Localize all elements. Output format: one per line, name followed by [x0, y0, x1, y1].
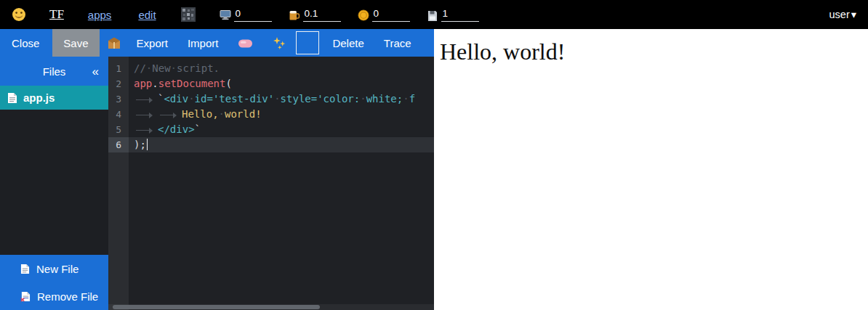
remove-file-icon [20, 291, 31, 302]
new-file-label: New File [36, 263, 79, 275]
nav-link-edit[interactable]: edit [138, 9, 156, 21]
coin-icon [358, 9, 369, 21]
code-line[interactable]: 6); [108, 137, 434, 152]
monitor-stat-field[interactable]: 0 [220, 8, 272, 22]
soap-icon-button[interactable] [238, 29, 253, 57]
brand-link[interactable]: TF [49, 7, 64, 22]
package-icon-button[interactable] [107, 29, 121, 57]
ide-panel: Close Save Export Import [0, 29, 434, 310]
code-content: //·New·script. [129, 61, 434, 76]
tab-indicator-icon [158, 110, 182, 120]
floppy-icon [427, 9, 438, 21]
file-list-area [0, 110, 108, 255]
delete-button[interactable]: Delete [332, 29, 363, 57]
coin-stat-value: 0 [372, 8, 410, 22]
topbar: TF apps edit [0, 0, 868, 29]
tab-indicator-icon [134, 110, 158, 120]
smiley-logo-icon[interactable] [12, 7, 26, 22]
workspace: Files « app.j [0, 57, 434, 310]
nav-link-apps[interactable]: apps [88, 9, 112, 21]
save-button[interactable]: Save [52, 29, 99, 57]
code-line[interactable]: 5</div>` [108, 122, 434, 137]
code-content: ); [129, 137, 434, 152]
pixel-grid-icon[interactable] [181, 7, 196, 22]
file-name: app.js [23, 91, 55, 104]
empty-slot-button[interactable] [296, 31, 319, 54]
file-item-appjs[interactable]: app.js [0, 86, 108, 110]
monitor-stat-value: 0 [234, 8, 272, 22]
caret-down-icon: ▾ [851, 9, 856, 20]
remove-file-label: Remove File [37, 290, 98, 303]
code-line[interactable]: 1//·New·script. [108, 61, 434, 76]
files-header: Files « [0, 57, 108, 86]
preview-output-text: Hello, world! [440, 38, 868, 65]
new-file-icon [20, 264, 30, 274]
code-editor[interactable]: 1//·New·script.2app.setDocument(3`<div·i… [108, 57, 434, 310]
main-body: Close Save Export Import [0, 29, 868, 310]
code-line[interactable]: 3`<div·id='test-div'·style='color:·white… [108, 91, 434, 107]
preview-panel: Hello, world! [434, 29, 868, 310]
line-number: 4 [108, 107, 129, 122]
floppy-stat-field[interactable]: 1 [427, 8, 479, 22]
new-file-button[interactable]: New File [0, 255, 108, 282]
floppy-stat-value: 1 [441, 8, 479, 22]
import-button[interactable]: Import [188, 29, 219, 57]
code-lines: 1//·New·script.2app.setDocument(3`<div·i… [108, 57, 434, 152]
remove-file-button[interactable]: Remove File [0, 282, 108, 310]
tab-indicator-icon [134, 125, 158, 135]
collapse-sidebar-button[interactable]: « [92, 65, 99, 78]
trace-button[interactable]: Trace [384, 29, 411, 57]
line-number: 2 [108, 76, 129, 91]
beer-stat-field[interactable]: 0.1 [289, 8, 341, 22]
line-number: 6 [108, 137, 129, 152]
app-root: TF apps edit [0, 0, 868, 310]
beer-icon [289, 9, 300, 21]
editor-toolbar: Close Save Export Import [0, 29, 434, 57]
code-content: Hello,·world! [129, 107, 434, 122]
tab-indicator-icon [134, 94, 158, 105]
user-label: user [829, 9, 850, 20]
line-number: 1 [108, 61, 129, 76]
horizontal-scrollbar-thumb[interactable] [113, 305, 320, 309]
line-number: 5 [108, 122, 129, 137]
code-content: app.setDocument( [129, 76, 434, 91]
horizontal-scrollbar-track[interactable] [108, 304, 434, 310]
file-icon [7, 92, 17, 104]
code-content: </div>` [129, 122, 434, 137]
sparkles-icon-button[interactable] [272, 29, 286, 57]
export-button[interactable]: Export [137, 29, 168, 57]
beer-stat-value: 0.1 [303, 8, 341, 22]
code-line[interactable]: 4Hello,·world! [108, 107, 434, 122]
user-menu[interactable]: user ▾ [829, 9, 857, 20]
monitor-icon [220, 9, 231, 21]
line-number: 3 [108, 91, 129, 107]
files-sidebar: Files « app.j [0, 57, 108, 310]
coin-stat-field[interactable]: 0 [358, 8, 410, 22]
code-content: `<div·id='test-div'·style='color:·white;… [129, 91, 434, 107]
code-line[interactable]: 2app.setDocument( [108, 76, 434, 91]
text-cursor [147, 139, 148, 150]
close-button[interactable]: Close [12, 29, 39, 57]
